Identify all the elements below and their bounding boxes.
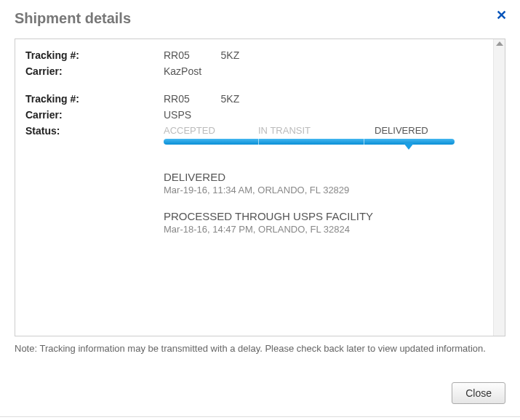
tracking-events: DELIVERED Mar-19-16, 11:34 AM, ORLANDO, … bbox=[164, 171, 483, 235]
status-step-delivered: DELIVERED bbox=[375, 125, 428, 136]
modal-title: Shipment details bbox=[15, 10, 131, 26]
modal-header: Shipment details ✕ bbox=[0, 0, 520, 34]
tracking-row: Tracking #: RR05 5KZ bbox=[25, 49, 483, 61]
status-progress: ACCEPTED IN TRANSIT DELIVERED bbox=[164, 125, 483, 145]
event-detail: Mar-19-16, 11:34 AM, ORLANDO, FL 32829 bbox=[164, 185, 483, 195]
divider bbox=[0, 416, 520, 417]
close-button[interactable]: Close bbox=[452, 382, 505, 404]
event-title: PROCESSED THROUGH USPS FACILITY bbox=[164, 210, 483, 222]
tracking-event: PROCESSED THROUGH USPS FACILITY Mar-18-1… bbox=[164, 210, 483, 235]
event-title: DELIVERED bbox=[164, 171, 483, 183]
scroll-up-icon[interactable] bbox=[496, 41, 503, 46]
modal-footer: Close bbox=[452, 382, 505, 404]
content-panel: Tracking #: RR05 5KZ Carrier: KazPost Tr… bbox=[15, 39, 505, 336]
tracking-value: RR05 5KZ bbox=[164, 49, 483, 61]
progress-bar bbox=[164, 139, 455, 145]
status-step-accepted: ACCEPTED bbox=[164, 125, 258, 136]
status-row: Status: ACCEPTED IN TRANSIT DELIVERED bbox=[25, 125, 483, 150]
delay-note: Note: Tracking information may be transm… bbox=[15, 342, 505, 355]
close-icon[interactable]: ✕ bbox=[496, 9, 507, 22]
carrier-value: USPS bbox=[164, 109, 483, 121]
scrollbar[interactable] bbox=[493, 39, 505, 336]
carrier-label: Carrier: bbox=[25, 109, 164, 121]
tracking-event: DELIVERED Mar-19-16, 11:34 AM, ORLANDO, … bbox=[164, 171, 483, 195]
carrier-label: Carrier: bbox=[25, 65, 164, 77]
status-label: Status: bbox=[25, 125, 164, 150]
tracking-label: Tracking #: bbox=[25, 49, 164, 61]
tracking-row: Tracking #: RR05 5KZ bbox=[25, 93, 483, 105]
carrier-row: Carrier: USPS bbox=[25, 109, 483, 121]
carrier-value: KazPost bbox=[164, 65, 483, 77]
shipment-details-modal: Shipment details ✕ Tracking #: RR05 5KZ … bbox=[0, 0, 520, 420]
event-detail: Mar-18-16, 14:47 PM, ORLANDO, FL 32824 bbox=[164, 224, 483, 235]
status-step-labels: ACCEPTED IN TRANSIT DELIVERED bbox=[164, 125, 483, 136]
progress-marker-icon bbox=[404, 143, 414, 150]
carrier-row: Carrier: KazPost bbox=[25, 65, 483, 77]
tracking-value: RR05 5KZ bbox=[164, 93, 483, 105]
status-step-in-transit: IN TRANSIT bbox=[258, 125, 375, 136]
tracking-label: Tracking #: bbox=[25, 93, 164, 105]
